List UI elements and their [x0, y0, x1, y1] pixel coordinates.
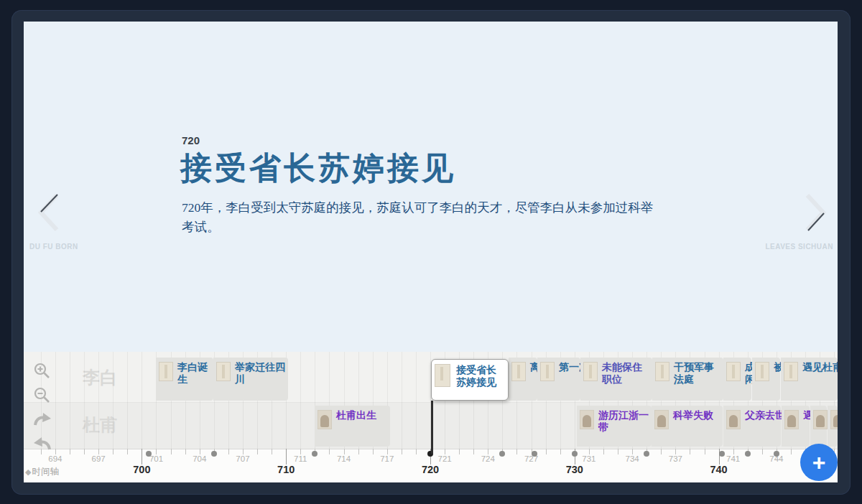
zoom-in-button[interactable] — [32, 362, 52, 382]
selected-event-line — [431, 401, 433, 454]
scroll-thumbnail — [726, 362, 741, 381]
window-frame: 720 接受省长苏婷接见 720年，李白受到太守苏庭的接见，苏庭认可了李白的天才… — [11, 10, 851, 495]
timeline-event-marker[interactable]: 杜甫出生 — [315, 406, 390, 447]
next-slide-title: LEAVES SICHUAN — [730, 243, 833, 251]
axis-major-label: 720 — [422, 464, 439, 475]
timeline-event-marker[interactable] — [828, 406, 838, 447]
slide-headline: 接受省长苏婷接见 — [180, 147, 456, 190]
axis-gridline — [300, 352, 301, 449]
axis-gridline — [416, 352, 417, 449]
axis-tick — [387, 449, 388, 454]
timeline-event-marker[interactable]: 遇见杜甫 — [781, 358, 838, 401]
next-slide-button[interactable]: LEAVES SICHUAN — [730, 185, 838, 257]
timeline-event-marker[interactable]: 科举失败 — [652, 406, 723, 447]
timeline-event-marker[interactable]: 被 — [752, 358, 780, 401]
timeline-event-marker[interactable]: 举家迁往四川 — [213, 358, 288, 401]
axis-minor-label: 694 — [48, 454, 62, 463]
chevron-left-icon — [32, 192, 61, 233]
axis-tick — [70, 449, 70, 454]
axis-tick — [84, 449, 85, 454]
portrait-thumbnail — [318, 410, 332, 429]
event-marker-dot — [211, 451, 217, 457]
axis-tick — [228, 449, 229, 454]
axis-tick — [300, 449, 301, 454]
event-title: 举家迁往四川 — [235, 361, 286, 385]
selected-event-flag[interactable]: 接受省长苏婷接见 — [431, 359, 509, 401]
event-title: 游历江浙一带 — [598, 409, 649, 433]
event-title: 李白诞生 — [177, 361, 211, 385]
scroll-thumbnail — [159, 362, 173, 381]
event-title: 遇见杜甫 — [802, 361, 838, 373]
event-title: 父亲去世 — [745, 409, 785, 421]
axis-tick — [733, 449, 734, 454]
add-event-button[interactable]: + — [800, 444, 838, 481]
timeline-event-marker[interactable]: 游历江浙一带 — [577, 406, 652, 447]
timeline-event-marker[interactable]: 未能保住职位 — [580, 358, 652, 401]
portrait-thumbnail — [726, 410, 741, 429]
event-marker-dot — [532, 451, 537, 457]
timeline-event-marker[interactable]: 干预军事法庭 — [652, 358, 723, 401]
scroll-thumbnail — [784, 362, 798, 381]
event-marker-dot — [774, 451, 779, 457]
axis-major-label: 730 — [566, 464, 583, 475]
go-forward-button[interactable] — [32, 411, 52, 431]
axis-minor-label: 721 — [437, 454, 451, 463]
app-window: 720 接受省长苏婷接见 720年，李白受到太守苏庭的接见，苏庭认可了李白的天才… — [0, 0, 862, 504]
event-marker-dot — [745, 451, 751, 457]
event-title: 成闲 — [745, 361, 749, 385]
timeline-event-marker[interactable]: 父亲去世 — [723, 406, 781, 447]
axis-tick — [632, 449, 633, 454]
scroll-thumbnail — [583, 362, 598, 381]
scroll-thumbnail — [435, 364, 450, 387]
timeline-event-marker[interactable]: 李白诞生 — [156, 358, 213, 401]
axis-tick — [142, 449, 142, 465]
timeline-event-marker[interactable]: 成闲 — [723, 358, 751, 401]
plus-icon: + — [812, 449, 826, 475]
axis-tick — [473, 449, 474, 454]
timeline-event-marker[interactable]: 第一次 — [537, 358, 580, 401]
timeline-event-marker[interactable] — [810, 406, 827, 447]
axis-major-label: 700 — [133, 464, 150, 475]
axis-gridline — [70, 352, 70, 449]
timeline-app: 720 接受省长苏婷接见 720年，李白受到太守苏庭的接见，苏庭认可了李白的天才… — [24, 22, 838, 482]
chevron-right-icon — [803, 192, 832, 233]
axis-major-label: 710 — [277, 464, 295, 475]
go-back-button[interactable] — [32, 435, 52, 455]
scroll-thumbnail — [755, 362, 769, 381]
axis-tick — [705, 449, 705, 454]
axis-tick — [603, 449, 604, 454]
timenav: 李白李白诞生举家迁往四川离第一次未能保住职位干预军事法庭成闲被遇见杜甫接受省长苏… — [24, 352, 838, 482]
timenav-title: 时间轴 — [32, 467, 59, 477]
timeline-event-marker[interactable]: 离 — [509, 358, 537, 401]
portrait-thumbnail — [580, 410, 594, 429]
portrait-thumbnail — [654, 410, 669, 429]
axis-gridline — [113, 352, 113, 449]
axis-minor-label: 697 — [92, 454, 106, 463]
axis-tick — [257, 449, 258, 454]
previous-slide-title: DU FU BORN — [29, 243, 137, 251]
axis-tick — [243, 449, 244, 454]
axis-tick — [791, 449, 792, 454]
slide-date: 720 — [182, 134, 200, 146]
scroll-thumbnail — [511, 362, 526, 381]
previous-slide-button[interactable]: DU FU BORN — [29, 185, 137, 257]
axis-tick — [589, 449, 590, 454]
timenav-row-label: 杜甫 — [83, 414, 117, 437]
portrait-thumbnail — [784, 410, 799, 429]
timeline-event-marker[interactable]: 遇 — [782, 406, 810, 447]
zoom-out-button[interactable] — [32, 386, 52, 406]
axis-tick — [127, 449, 128, 454]
axis-tick — [560, 449, 561, 454]
event-title: 未能保住职位 — [602, 361, 650, 385]
scroll-thumbnail — [655, 362, 669, 381]
axis-minor-label: 731 — [582, 454, 595, 463]
axis-tick — [546, 449, 547, 454]
axis-minor-label: 711 — [294, 454, 307, 463]
event-title: 科举失败 — [673, 409, 720, 421]
axis-tick — [516, 449, 517, 454]
axis-minor-label: 714 — [337, 454, 351, 463]
axis-major-label: 740 — [710, 464, 727, 475]
axis-tick — [55, 449, 56, 454]
axis-tick — [488, 449, 488, 454]
axis-tick — [358, 449, 359, 454]
